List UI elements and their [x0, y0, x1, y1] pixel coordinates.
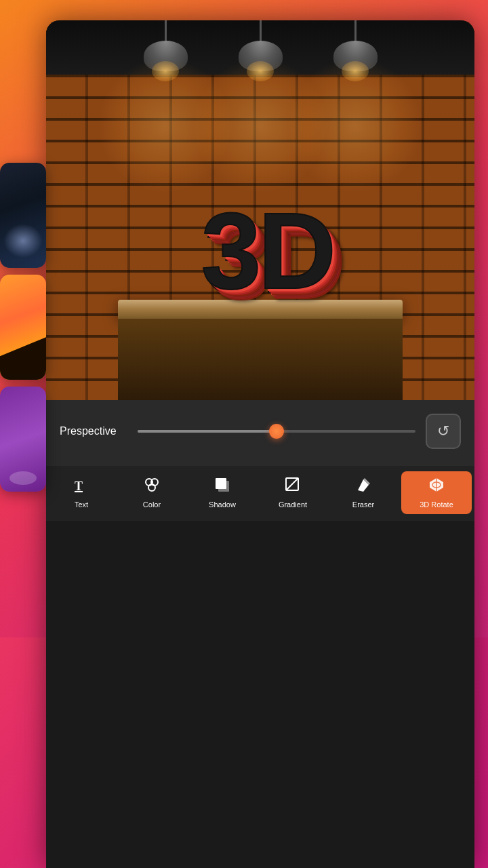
text-tool-icon: T	[73, 477, 89, 497]
light-fixture-2	[239, 20, 283, 71]
controls-area: Prespective ↺	[46, 400, 474, 466]
tool-color[interactable]: Color	[117, 471, 187, 514]
text-3d-container: 3D	[201, 197, 333, 305]
reset-icon: ↺	[437, 422, 449, 440]
perspective-row: Prespective ↺	[60, 414, 461, 449]
phone-screen: 3D Prespective ↺ T Text	[46, 20, 474, 868]
3d-rotate-tool-label: 3D Rotate	[420, 500, 453, 509]
shadow-tool-icon	[214, 477, 230, 497]
svg-point-4	[148, 484, 155, 491]
scene-area: 3D	[46, 20, 474, 400]
light-fixture-3	[333, 20, 378, 71]
side-card-2	[0, 275, 46, 380]
svg-line-8	[286, 478, 298, 490]
light-shade-3	[333, 41, 378, 71]
svg-rect-6	[218, 481, 229, 492]
light-cord-2	[260, 20, 262, 41]
eraser-tool-icon	[355, 477, 371, 497]
light-cord-1	[165, 20, 167, 41]
light-shade-2	[239, 41, 283, 71]
reset-button[interactable]: ↺	[426, 414, 461, 449]
tool-shadow[interactable]: Shadow	[187, 471, 258, 514]
perspective-slider[interactable]	[138, 430, 415, 433]
toolbar: T Text Color Sha	[46, 466, 474, 521]
slider-thumb[interactable]	[269, 424, 284, 439]
side-card-3	[0, 387, 46, 492]
light-fixture-1	[144, 20, 188, 71]
shadow-tool-label: Shadow	[209, 500, 236, 509]
color-tool-label: Color	[143, 500, 161, 509]
text-tool-label: Text	[75, 500, 88, 509]
gradient-tool-icon	[285, 477, 301, 497]
tool-gradient[interactable]: Gradient	[258, 471, 328, 514]
side-card-1	[0, 163, 46, 268]
gradient-tool-label: Gradient	[279, 500, 307, 509]
light-shade-1	[144, 41, 188, 71]
tool-3d-rotate[interactable]: 3D Rotate	[401, 471, 472, 514]
color-tool-icon	[144, 477, 160, 497]
left-panels	[0, 163, 51, 492]
3d-text: 3D	[201, 197, 333, 305]
tool-text[interactable]: T Text	[46, 471, 117, 514]
3d-rotate-tool-icon	[428, 477, 445, 497]
slider-fill	[138, 430, 277, 433]
perspective-label: Prespective	[60, 425, 127, 437]
lights-container	[118, 20, 403, 71]
tool-eraser[interactable]: Eraser	[328, 471, 399, 514]
light-cord-3	[354, 20, 357, 41]
eraser-tool-label: Eraser	[352, 500, 374, 509]
